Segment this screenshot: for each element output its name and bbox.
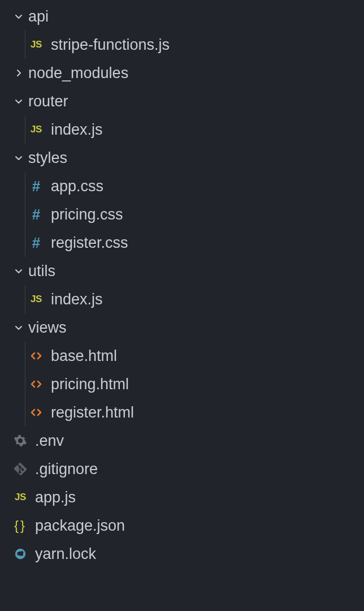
chevron-down-icon [12,321,25,334]
file-label: pricing.css [51,206,123,223]
indent-guide [25,398,25,427]
file-gitignore[interactable]: .gitignore [0,455,364,483]
folder-styles[interactable]: styles [0,144,364,172]
folder-label: views [28,319,67,337]
file-app-css[interactable]: # app.css [0,172,364,200]
folder-node-modules[interactable]: node_modules [0,59,364,87]
file-label: app.js [35,489,76,506]
css-file-icon: # [28,178,44,194]
html-file-icon [28,376,44,392]
file-env[interactable]: .env [0,427,364,455]
folder-label: router [28,93,68,110]
folder-api[interactable]: api [0,2,364,31]
chevron-right-icon [12,67,25,79]
file-label: register.html [51,404,134,421]
html-file-icon [28,348,44,364]
yarn-icon [12,546,28,562]
file-utils-index-js[interactable]: JS index.js [0,285,364,313]
html-file-icon [28,405,44,420]
file-pricing-html[interactable]: pricing.html [0,370,364,398]
file-yarn-lock[interactable]: yarn.lock [0,540,364,568]
file-label: app.css [51,178,103,195]
file-app-js[interactable]: JS app.js [0,483,364,511]
file-label: yarn.lock [35,545,96,563]
folder-label: styles [28,149,67,167]
gear-icon [12,433,28,449]
indent-guide [25,342,25,370]
file-label: stripe-functions.js [51,36,170,54]
file-register-css[interactable]: # register.css [0,229,364,257]
folder-views[interactable]: views [0,313,364,342]
indent-guide [25,229,25,257]
file-package-json[interactable]: {} package.json [0,511,364,540]
css-file-icon: # [28,235,44,251]
git-icon [12,461,28,477]
file-router-index-js[interactable]: JS index.js [0,115,364,144]
css-file-icon: # [28,206,44,222]
file-label: .env [35,432,64,450]
file-explorer-tree: api JS stripe-functions.js node_modules … [0,2,364,568]
indent-guide [25,172,25,200]
indent-guide [25,285,25,313]
indent-guide [25,115,25,144]
indent-guide [25,370,25,398]
indent-guide [25,31,25,59]
chevron-down-icon [12,152,25,164]
indent-guide [25,200,25,229]
json-file-icon: {} [12,518,28,533]
file-register-html[interactable]: register.html [0,398,364,427]
file-label: .gitignore [35,461,98,478]
js-file-icon: JS [28,122,44,137]
file-stripe-functions-js[interactable]: JS stripe-functions.js [0,31,364,59]
folder-utils[interactable]: utils [0,257,364,285]
js-file-icon: JS [28,37,44,53]
chevron-down-icon [12,10,25,23]
chevron-down-icon [12,265,25,277]
file-label: register.css [51,234,128,252]
file-label: base.html [51,347,117,365]
file-base-html[interactable]: base.html [0,342,364,370]
js-file-icon: JS [28,291,44,307]
file-label: package.json [35,517,125,535]
file-label: pricing.html [51,376,129,393]
file-pricing-css[interactable]: # pricing.css [0,200,364,229]
js-file-icon: JS [12,489,28,505]
chevron-down-icon [12,95,25,107]
folder-label: node_modules [28,64,128,82]
folder-label: utils [28,263,55,280]
folder-router[interactable]: router [0,87,364,115]
file-label: index.js [51,291,103,308]
folder-label: api [28,8,49,25]
file-label: index.js [51,121,103,139]
